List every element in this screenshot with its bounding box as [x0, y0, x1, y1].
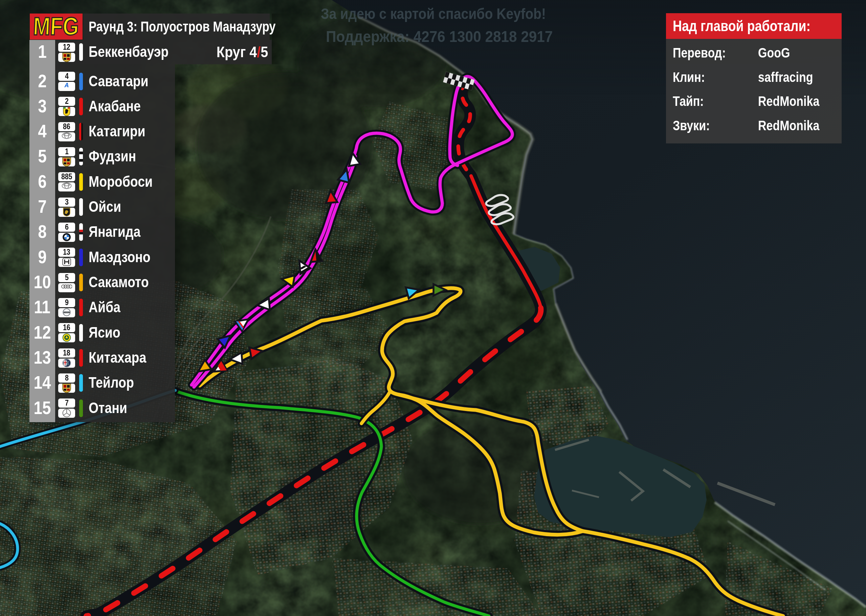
svg-text:NISSAN: NISSAN	[64, 311, 70, 313]
svg-text:A: A	[64, 82, 69, 89]
